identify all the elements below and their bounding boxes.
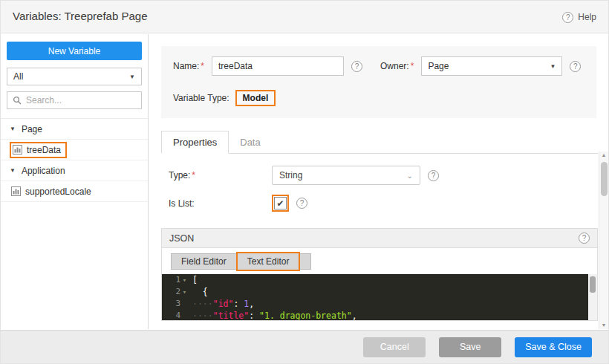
is-list-checkbox[interactable]: ✔ [274, 197, 287, 209]
owner-label: Owner: [380, 61, 409, 71]
scroll-up-icon[interactable]: ▲ [602, 152, 607, 159]
variables-tree: ▼ Page treeData ▼ [1, 118, 148, 202]
dialog-header: Variables: Treeprefab Page ? Help [1, 1, 608, 33]
tree-group-label: Page [22, 124, 42, 134]
owner-help-icon[interactable]: ? [570, 61, 581, 72]
variable-type-label: Variable Type: [173, 93, 229, 103]
scroll-down-icon[interactable]: ▼ [602, 322, 607, 329]
help-button[interactable]: ? Help [562, 1, 596, 33]
editor-mode-switch: Field Editor Text Editor [171, 253, 311, 270]
variable-summary-panel: Name:* ? Owner:* Page ▼ ? Variable Type:… [161, 46, 596, 118]
type-row: Type:* String ⌄ ? [169, 166, 598, 185]
chevron-down-icon: ▼ [550, 63, 556, 70]
segment-tail [300, 254, 310, 269]
is-list-checkbox-highlight: ✔ [272, 195, 289, 212]
variable-type-row: Variable Type: Model [173, 90, 584, 106]
editor-gutter: 1▾2▾34 [162, 274, 189, 321]
type-value: String [279, 170, 302, 181]
new-variable-button[interactable]: New Variable [7, 42, 142, 60]
name-owner-row: Name:* ? Owner:* Page ▼ ? [173, 56, 584, 76]
variable-filter-select[interactable]: All ▼ [7, 68, 142, 85]
text-editor-highlight: Text Editor [236, 252, 301, 271]
cancel-button[interactable]: Cancel [363, 337, 426, 357]
tree-item-treedata[interactable]: treeData [1, 140, 148, 160]
json-editor-toolbar: Field Editor Text Editor [162, 248, 597, 274]
sidebar-controls: New Variable All ▼ ▼ Page [1, 34, 148, 202]
tree-item-supportedlocale[interactable]: supportedLocale [1, 181, 148, 202]
save-and-close-button[interactable]: Save & Close [515, 337, 592, 357]
json-code-editor[interactable]: 1▾2▾34 [ {····"id": 1,····"title": "1. d… [162, 274, 597, 321]
variables-sidebar: New Variable All ▼ ▼ Page [1, 34, 149, 329]
chevron-down-icon: ⌄ [407, 172, 413, 180]
filter-value: All [13, 71, 23, 82]
tree-group-application[interactable]: ▼ Application [1, 160, 148, 181]
editor-scrollbar[interactable] [588, 274, 597, 321]
name-label: Name: [173, 61, 199, 71]
is-list-label: Is List: [169, 198, 272, 209]
required-asterisk: * [201, 61, 204, 71]
is-list-row: Is List: ✔ ? [169, 195, 598, 212]
type-help-icon[interactable]: ? [428, 170, 439, 181]
type-label: Type:* [169, 170, 272, 181]
owner-select[interactable]: Page ▼ [421, 56, 562, 76]
page-title: Variables: Treeprefab Page [13, 10, 148, 22]
text-editor-button[interactable]: Text Editor [238, 253, 299, 270]
save-button[interactable]: Save [439, 337, 501, 357]
search-box [7, 91, 142, 109]
json-help-icon[interactable]: ? [579, 233, 590, 244]
variable-editor-main: Name:* ? Owner:* Page ▼ ? Variable Type:… [149, 34, 608, 329]
type-select[interactable]: String ⌄ [272, 166, 420, 185]
main-scrollbar-thumb[interactable] [601, 162, 608, 196]
search-input[interactable] [26, 95, 136, 105]
main-scrollbar[interactable]: ▲ ▼ [599, 152, 608, 329]
variable-icon [13, 145, 22, 155]
field-editor-button[interactable]: Field Editor [172, 254, 236, 269]
editor-scrollbar-thumb[interactable] [590, 276, 596, 293]
json-panel-title: JSON [169, 233, 194, 244]
chevron-down-icon: ▼ [129, 74, 135, 80]
help-circle-icon: ? [562, 12, 573, 23]
json-panel-header: JSON ? [162, 229, 597, 248]
tab-data[interactable]: Data [229, 131, 271, 153]
leaf-wrap: supportedLocale [10, 185, 96, 198]
name-input[interactable] [212, 56, 344, 76]
help-label: Help [578, 12, 596, 22]
name-help-icon[interactable]: ? [351, 61, 362, 72]
search-icon [13, 96, 22, 105]
tab-properties[interactable]: Properties [161, 131, 229, 154]
tree-group-page[interactable]: ▼ Page [1, 119, 148, 140]
editor-code[interactable]: [ {····"id": 1,····"title": "1. dragon-b… [189, 274, 588, 321]
editor-tabs: Properties Data [161, 131, 598, 154]
is-list-help-icon[interactable]: ? [296, 198, 307, 209]
tree-group-label: Application [22, 166, 65, 176]
tree-item-label: supportedLocale [25, 186, 91, 197]
tree-item-label: treeData [27, 145, 61, 155]
dialog-footer: Cancel Save Save & Close [1, 330, 608, 363]
triangle-down-icon: ▼ [10, 167, 16, 174]
owner-value: Page [428, 61, 449, 71]
json-panel: JSON ? Field Editor Text Editor 1▾2▾34 [… [161, 228, 598, 321]
triangle-down-icon: ▼ [10, 126, 16, 132]
variables-dialog: Variables: Treeprefab Page ? Help New Va… [0, 0, 609, 364]
variable-icon [11, 186, 21, 196]
required-asterisk: * [411, 61, 414, 71]
variable-type-value-highlight: Model [235, 90, 276, 106]
highlight-box-treedata: treeData [10, 142, 67, 158]
